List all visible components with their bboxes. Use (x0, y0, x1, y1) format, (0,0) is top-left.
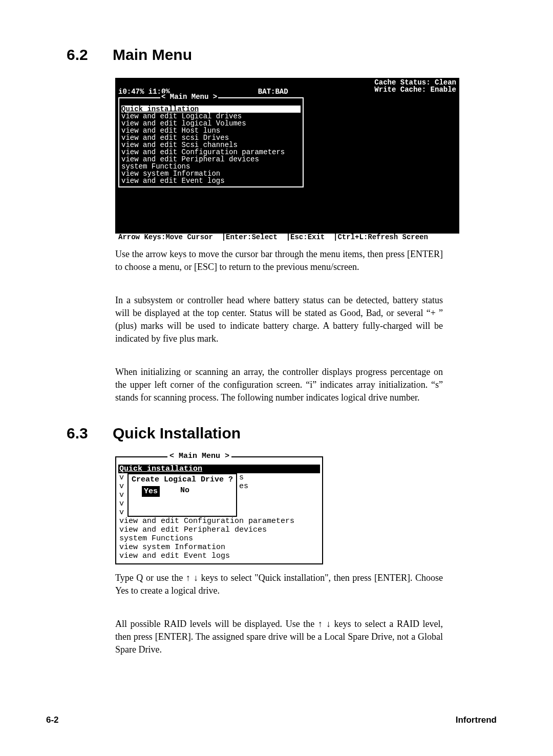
no-button: No (180, 486, 189, 497)
menu-item-quick-installation: Quick installation (118, 465, 320, 473)
menu-item: system Functions (121, 163, 301, 170)
battery-status: BAT:BAD (258, 88, 288, 95)
menu-title: < Main Menu > (167, 452, 231, 460)
section-number: 6.2 (67, 46, 113, 64)
menu-item: view system Information (121, 170, 301, 177)
page-footer: 6-2 Infortrend (46, 715, 497, 725)
section-6-3-header: 6.3 Quick Installation (67, 425, 497, 442)
paragraph: In a subsystem or controller head where … (115, 294, 443, 345)
page-number: 6-2 (46, 715, 59, 725)
menu-item: view and edit Event logs (119, 552, 319, 560)
section-number: 6.3 (67, 425, 113, 442)
menu-item: view and edit Peripheral devices (121, 156, 301, 163)
paragraph: When initializing or scanning an array, … (115, 366, 443, 404)
help-bar: Arrow Keys:Move Cursor |Enter:Select |Es… (115, 234, 459, 241)
menu-item: view and edit Host luns (121, 127, 301, 134)
menu-item: view and edit scsi Drives (121, 134, 301, 141)
create-logical-drive-dialog: Create Logical Drive ? Yes No (127, 473, 237, 517)
cache-status: Cache Status: Clean (374, 79, 456, 86)
brand: Infortrend (456, 715, 497, 725)
menu-item: view and edit Configuration parameters (119, 517, 319, 526)
menu-item: view and edit Event logs (121, 177, 301, 184)
menu-title: < Main Menu > (160, 93, 218, 100)
menu-item-quick-installation: Quick installation (121, 106, 301, 113)
yes-button: Yes (142, 486, 160, 497)
menu-item: view system Information (119, 543, 319, 552)
quick-install-terminal-screenshot: < Main Menu > Quick installation v v v v… (115, 456, 323, 564)
section-title: Main Menu (113, 46, 192, 64)
v-column: v v v v v (119, 473, 126, 517)
main-menu-terminal-screenshot: Cache Status: Clean Write Cache: Enable … (115, 78, 459, 241)
write-cache: Write Cache: Enable (374, 86, 456, 93)
menu-item: view and edit logical Volumes (121, 120, 301, 127)
updown-arrows-icon: ↑ ↓ (186, 573, 198, 583)
menu-item: view and edit Scsi channels (121, 141, 301, 149)
main-menu-box: < Main Menu > Quick installation view an… (118, 97, 304, 187)
updown-arrows-icon: ↑ ↓ (318, 619, 331, 629)
partial-text-column: s es (239, 473, 248, 517)
dialog-question: Create Logical Drive ? (132, 475, 233, 484)
menu-item: view and edit Peripheral devices (119, 526, 319, 534)
menu-item: view and edit Logical drives (121, 113, 301, 120)
section-title: Quick Installation (113, 425, 241, 442)
section-6-2-header: 6.2 Main Menu (67, 46, 497, 64)
menu-item: system Functions (119, 534, 319, 543)
menu-item: view and edit Configuration parameters (121, 149, 301, 156)
paragraph: All possible RAID levels will be display… (115, 618, 443, 656)
paragraph: Use the arrow keys to move the cursor ba… (115, 248, 443, 274)
paragraph: Type Q or use the ↑ ↓ keys to select "Qu… (115, 572, 443, 597)
